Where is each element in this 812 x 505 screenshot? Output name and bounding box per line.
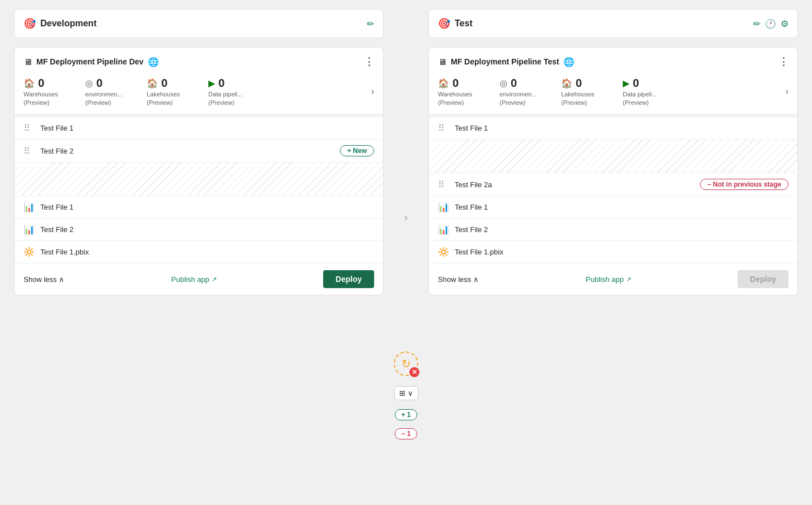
right-file2a-icon: ⠿ xyxy=(438,179,449,190)
left-deploy-button[interactable]: Deploy xyxy=(323,270,374,288)
left-pipeline-menu[interactable]: ⋮ xyxy=(364,55,374,68)
left-file1-icon: ⠿ xyxy=(24,123,35,133)
left-warehouse-count: 0 xyxy=(38,77,44,90)
left-show-less-button[interactable]: Show less ∧ xyxy=(24,275,64,284)
removed-badge: − 1 xyxy=(395,428,417,439)
test-edit-icon[interactable]: ✏ xyxy=(753,18,760,29)
development-stage-title: 🎯 Development xyxy=(24,17,96,30)
right-pipeline-header: 🖥 MF Deployment Pipeline Test 🌐 ⋮ xyxy=(429,48,797,73)
right-pipeline-stats: 🏠 0 Warehouses (Preview) ◎ 0 environmen.… xyxy=(429,73,797,114)
left-pipeline-card: 🖥 MF Deployment Pipeline Dev 🌐 ⋮ 🏠 0 War… xyxy=(14,47,384,295)
left-env-label: environmen... xyxy=(85,91,123,98)
center-arrow-icon: › xyxy=(404,211,408,224)
right-pipeline-title: 🖥 MF Deployment Pipeline Test 🌐 xyxy=(438,57,575,67)
development-stage-card: 🎯 Development ✏ xyxy=(14,9,384,38)
left-lakehouse-preview: (Preview) xyxy=(147,99,172,106)
right-deploy-button: Deploy xyxy=(738,270,788,288)
test-stage-title: 🎯 Test xyxy=(438,17,473,30)
left-file2-name: Test File 2 xyxy=(40,147,334,155)
right-file-list: ⠿ Test File 1 ⠿ Test File 2a − Not in pr… xyxy=(429,117,797,263)
right-publish-button[interactable]: Publish app ↗ xyxy=(586,275,631,284)
right-file-row-4: 📊 Test File 2 xyxy=(429,219,797,241)
left-file-row-1: ⠿ Test File 1 xyxy=(15,117,383,140)
added-badge-text: + 1 xyxy=(401,411,410,419)
left-warehouse-preview: (Preview) xyxy=(24,99,49,106)
left-pipeline-stat-preview: (Preview) xyxy=(208,99,234,106)
right-publish-text: Publish app xyxy=(586,275,624,284)
right-card-footer: Show less ∧ Publish app ↗ Deploy xyxy=(429,263,797,295)
left-pipeline-network-icon: 🌐 xyxy=(148,57,159,67)
compare-chevron-icon: ∨ xyxy=(408,389,413,397)
left-column: 🎯 Development ✏ 🖥 MF Deployment Pipeline… xyxy=(14,9,384,295)
right-lakehouse-count: 0 xyxy=(576,77,582,90)
left-pipeline-icon: 🖥 xyxy=(24,57,32,67)
right-pipeline-stat-label: Data pipeli... xyxy=(623,91,657,98)
right-file-row-5: 🔆 Test File 1.pbix xyxy=(429,241,797,263)
right-env-preview: (Preview) xyxy=(500,99,525,106)
right-env-icon: ◎ xyxy=(500,78,507,89)
left-env-icon: ◎ xyxy=(85,78,93,89)
right-file3-name: Test File 1 xyxy=(455,203,788,211)
right-lakehouse-preview: (Preview) xyxy=(561,99,587,106)
right-stats-arrow[interactable]: › xyxy=(786,86,788,96)
left-file5-icon: 🔆 xyxy=(24,247,35,257)
sync-status-indicator: ↻ ✕ xyxy=(394,351,418,376)
left-file-row-3: 📊 Test File 1 xyxy=(15,196,383,219)
right-stat-env: ◎ 0 environmen... (Preview) xyxy=(500,77,561,106)
test-title-text: Test xyxy=(455,18,473,29)
left-publish-button[interactable]: Publish app ↗ xyxy=(171,275,217,284)
left-stat-warehouses: 🏠 0 Warehouses (Preview) xyxy=(24,77,85,106)
right-show-less-text: Show less xyxy=(438,275,471,284)
left-stat-env: ◎ 0 environmen... (Preview) xyxy=(85,77,147,106)
right-file4-icon: 📊 xyxy=(438,224,449,235)
removed-badge-text: − 1 xyxy=(401,430,410,438)
test-settings-icon[interactable]: ⚙ xyxy=(781,18,788,29)
right-stat-warehouses: 🏠 0 Warehouses (Preview) xyxy=(438,77,500,106)
compare-button[interactable]: ⊞ ∨ xyxy=(394,386,418,400)
right-chevron-up-icon: ∧ xyxy=(473,275,479,284)
left-pipeline-stat-label: Data pipeli... xyxy=(208,91,242,98)
right-hatched-row xyxy=(429,140,797,173)
right-file5-icon: 🔆 xyxy=(438,247,449,257)
right-pipeline-icon: 🖥 xyxy=(438,57,446,67)
left-file5-name: Test File 1.pbix xyxy=(40,248,374,256)
right-file-row-2a: ⠿ Test File 2a − Not in previous stage xyxy=(429,173,797,196)
right-env-label: environmen... xyxy=(500,91,537,98)
left-stat-lakehouse: 🏠 0 Lakehouses (Preview) xyxy=(147,77,208,106)
right-external-link-icon: ↗ xyxy=(626,276,631,283)
left-pipeline-title-text: MF Deployment Pipeline Dev xyxy=(36,57,143,66)
right-warehouse-preview: (Preview) xyxy=(438,99,464,106)
left-pipeline-header: 🖥 MF Deployment Pipeline Dev 🌐 ⋮ xyxy=(15,48,383,73)
main-layout: 🎯 Development ✏ 🖥 MF Deployment Pipeline… xyxy=(14,9,798,439)
test-stage-card: 🎯 Test ✏ 🕐 ⚙ xyxy=(428,9,798,38)
left-file-row-4: 📊 Test File 2 xyxy=(15,219,383,241)
right-pipeline-stat-icon: ▶ xyxy=(623,78,629,89)
test-history-icon[interactable]: 🕐 xyxy=(765,18,776,29)
left-lakehouse-icon: 🏠 xyxy=(147,78,158,89)
right-show-less-button[interactable]: Show less ∧ xyxy=(438,275,479,284)
sync-error-icon: ✕ xyxy=(409,367,419,377)
left-file4-icon: 📊 xyxy=(24,224,35,235)
left-show-less-text: Show less xyxy=(24,275,57,284)
right-pipeline-card: 🖥 MF Deployment Pipeline Test 🌐 ⋮ 🏠 0 Wa… xyxy=(428,47,798,295)
right-not-prev-badge: − Not in previous stage xyxy=(700,179,788,190)
right-env-count: 0 xyxy=(511,77,517,90)
left-new-badge: + New xyxy=(340,145,374,156)
left-stats-arrow[interactable]: › xyxy=(371,86,374,96)
left-chevron-up-icon: ∧ xyxy=(59,275,64,284)
right-file1-icon: ⠿ xyxy=(438,123,449,133)
left-card-footer: Show less ∧ Publish app ↗ Deploy xyxy=(15,263,383,295)
left-pipeline-stats: 🏠 0 Warehouses (Preview) ◎ 0 environmen.… xyxy=(15,73,383,114)
right-lakehouse-label: Lakehouses xyxy=(561,91,594,98)
left-lakehouse-count: 0 xyxy=(161,77,167,90)
compare-icon: ⊞ xyxy=(399,389,405,397)
right-pipeline-menu[interactable]: ⋮ xyxy=(778,55,788,68)
development-edit-icon[interactable]: ✏ xyxy=(367,18,374,29)
right-pipeline-stat-count: 0 xyxy=(633,77,639,90)
left-env-count: 0 xyxy=(96,77,102,90)
right-lakehouse-icon: 🏠 xyxy=(561,78,572,89)
right-column: 🎯 Test ✏ 🕐 ⚙ 🖥 MF Deployment Pipeline Te… xyxy=(428,9,798,295)
right-file2a-name: Test File 2a xyxy=(455,180,694,189)
right-warehouse-icon: 🏠 xyxy=(438,78,449,89)
left-pipeline-stat-count: 0 xyxy=(218,77,225,90)
